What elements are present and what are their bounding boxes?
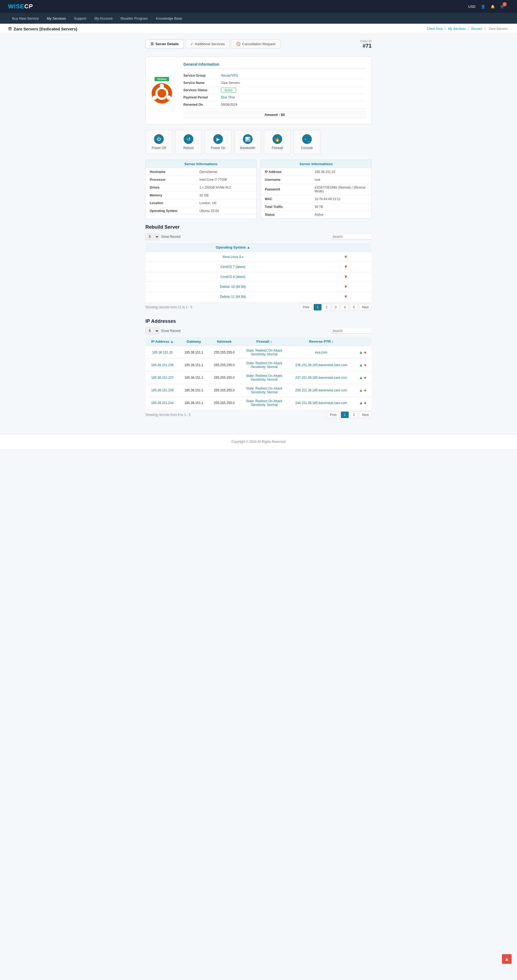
rebuild-page-2[interactable]: 2 [323, 304, 331, 310]
edit-icon[interactable]: ▲ [359, 375, 363, 380]
rebuild-action-header [320, 243, 371, 252]
console-icon: ›_ [302, 134, 312, 144]
table-row: Total Traffic30 TB [261, 203, 372, 211]
rebuild-page-4[interactable]: 4 [341, 304, 349, 310]
rebuild-icon[interactable]: ▼ [344, 274, 348, 279]
rebuild-table: Operating System ▲ Alma Linux 8.x ▼ Cent… [145, 242, 372, 302]
console-button[interactable]: ›_ Console [294, 130, 321, 154]
delete-icon[interactable]: ● [364, 363, 367, 367]
nav-my-services[interactable]: My Services [43, 13, 70, 24]
nav-my-account[interactable]: My Account [90, 13, 116, 24]
rebuild-prev-btn[interactable]: Prev [300, 304, 312, 310]
tab-cancellation-request[interactable]: 🚫 Cancellation Request [231, 40, 281, 48]
ip-prev-btn[interactable]: Prev [327, 412, 340, 418]
table-row: Debian 10 (64 Bit) ▼ [146, 282, 372, 292]
tab-additional-services[interactable]: ✓ Additional Services [185, 40, 230, 48]
rebuild-icon[interactable]: ▼ [344, 294, 348, 299]
tab-server-details[interactable]: ☰ Server Details [145, 40, 184, 48]
rebuild-table-controls: 5 10 25 Show Record [145, 233, 372, 240]
logo: WISECP [8, 3, 33, 10]
notification-icon[interactable]: 🔔 [491, 5, 495, 9]
info-payment-period: Payment Period One Time [184, 94, 366, 101]
cart-icon[interactable]: 🛒 0 [500, 4, 509, 9]
user-icon[interactable]: 👤 [481, 5, 485, 9]
ptr-col-header[interactable]: Reverse PTR ↕ [289, 337, 354, 347]
nav-reseller-program[interactable]: Reseller Program [116, 13, 152, 24]
delete-icon[interactable]: ● [364, 375, 367, 380]
breadcrumb-client-area[interactable]: Client Area [427, 27, 443, 31]
delete-icon[interactable]: ● [364, 388, 367, 393]
svg-point-3 [153, 95, 157, 100]
rebuild-icon[interactable]: ▼ [344, 255, 348, 259]
rebuild-show-select[interactable]: 5 10 25 [145, 233, 160, 240]
rebuild-pagination: Prev 1 2 3 4 5 Next [300, 304, 372, 310]
nav-knowledge-base[interactable]: Knowledge Base [152, 13, 186, 24]
table-row: LocationLondon, UK [146, 199, 256, 207]
ip-col-header[interactable]: IP Address ▲ [146, 337, 179, 347]
top-bar-right: USD 👤 🔔 🛒 0 [468, 4, 509, 9]
cart-badge: 0 [503, 2, 507, 6]
rebuild-search-input[interactable] [331, 234, 372, 239]
firewall-icon: 🔥 [273, 134, 282, 144]
footer-text: Copyright © 2024 All Rights Reserved [231, 440, 286, 444]
edit-icon[interactable]: ▲ [359, 363, 363, 367]
ip-search-input[interactable] [331, 328, 372, 334]
ip-addresses-section: IP Addresses 5 10 25 Show Record IP Addr… [145, 318, 372, 418]
power-on-button[interactable]: ▶ Power On [205, 130, 231, 154]
server-info-right: Server Informations IP Address185.38.151… [261, 159, 372, 219]
table-row: IP Address185.38.151.32 [261, 168, 372, 176]
svg-point-2 [160, 84, 164, 88]
table-row: 185.38.151.244 185.38.151.1 255.255.255.… [146, 397, 372, 409]
svg-point-4 [167, 95, 171, 100]
table-row: 185.38.151.32 185.38.151.1 255.255.255.0… [146, 346, 372, 359]
table-row: Debian 11 (64 Bit) ▼ [146, 292, 372, 302]
ip-table-footer: Showing records from 6 to 1 - 5 Prev 1 2… [145, 412, 372, 418]
rebuild-next-btn[interactable]: Next [359, 304, 372, 310]
rebuild-title: Rebuild Server [145, 224, 372, 230]
table-row: MAC10:7b:44:49:13:11 [261, 195, 372, 203]
nav-support[interactable]: Support [70, 13, 91, 24]
footer: Copyright © 2024 All Rights Reserved [0, 434, 517, 449]
server-details-icon: ☰ [150, 42, 154, 46]
rebuild-icon[interactable]: ▼ [344, 264, 348, 269]
nav-buy-new-service[interactable]: Buy New Service [8, 13, 43, 24]
table-row: StatusActive [261, 211, 372, 219]
power-on-icon: ▶ [213, 134, 223, 144]
table-row: 185.38.151.239 185.38.151.1 255.255.255.… [146, 384, 372, 397]
ip-page-2[interactable]: 2 [350, 412, 358, 418]
edit-icon[interactable]: ▲ [359, 401, 363, 405]
online-badge: Online [155, 77, 169, 81]
bandwidth-button[interactable]: 📊 Bandwidth [234, 130, 261, 154]
action-buttons: ⏻ Power Off ↺ Reboot ▶ Power On 📊 Bandwi… [145, 130, 372, 154]
delete-icon[interactable]: ● [364, 350, 367, 355]
reboot-icon: ↺ [184, 134, 193, 144]
server-info-right-title: Server Informations [261, 160, 372, 168]
firewall-col-header[interactable]: Firewall ↕ [240, 337, 289, 347]
breadcrumb-my-services[interactable]: My Services [448, 27, 466, 31]
rebuild-page-3[interactable]: 3 [332, 304, 340, 310]
ip-next-btn[interactable]: Next [359, 412, 372, 418]
main-content: ☰ Server Details ✓ Additional Services 🚫… [137, 34, 380, 423]
info-service-group: Service Group Server/VPS [184, 72, 366, 80]
edit-icon[interactable]: ▲ [359, 388, 363, 393]
edit-icon[interactable]: ▲ [359, 350, 363, 355]
reboot-button[interactable]: ↺ Reboot [175, 130, 202, 154]
table-row: Operating SystemUbuntu 20.04 [146, 207, 256, 215]
breadcrumb-servers[interactable]: Servers [471, 27, 482, 31]
page-header: ☰ Zare Servers (Dedicated Servers) Clien… [0, 24, 517, 34]
firewall-button[interactable]: 🔥 Firewall [264, 130, 291, 154]
delete-icon[interactable]: ● [364, 401, 367, 405]
table-row: Drives1 x 250GB NVMe M.2 [146, 184, 256, 191]
info-service-name: Service Name Zare Servers [184, 80, 366, 87]
rebuild-page-1[interactable]: 1 [314, 304, 322, 310]
table-row: CentOS 7 (latest) ▼ [146, 262, 372, 272]
ip-page-1[interactable]: 1 [341, 412, 349, 418]
netmask-col-header[interactable]: Netmask [209, 337, 240, 347]
ip-show-select[interactable]: 5 10 25 [145, 328, 160, 334]
rebuild-icon[interactable]: ▼ [344, 284, 348, 289]
rebuild-page-5[interactable]: 5 [350, 304, 358, 310]
server-info-left-title: Server Informations [146, 160, 256, 168]
info-services-status: Services Status Active [184, 87, 366, 94]
power-off-button[interactable]: ⏻ Power Off [145, 130, 172, 154]
gateway-col-header[interactable]: Gateway [179, 337, 208, 347]
